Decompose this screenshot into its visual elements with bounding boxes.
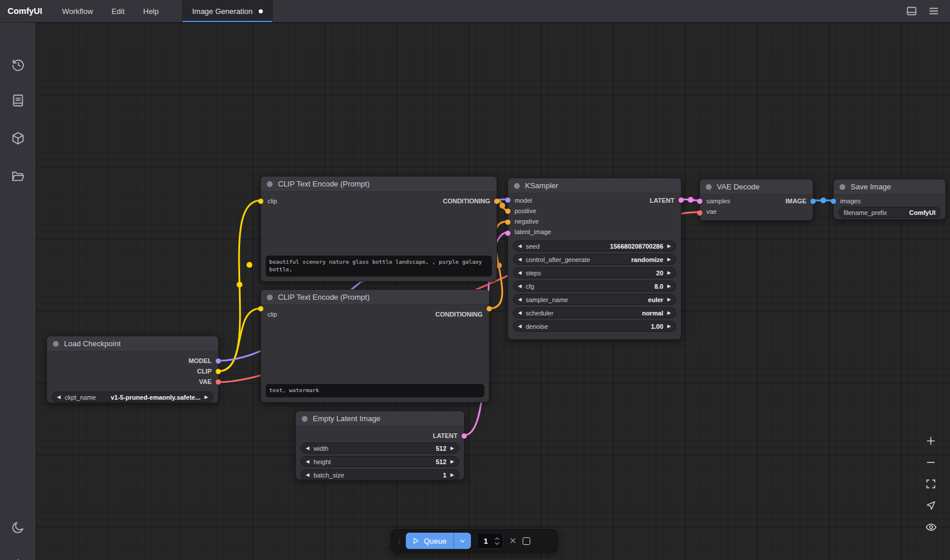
clear-queue-icon[interactable]: ✕ bbox=[509, 536, 517, 546]
right-arrow-icon[interactable]: ▶ bbox=[451, 460, 454, 464]
stop-icon[interactable] bbox=[523, 537, 530, 545]
port-conditioning-out[interactable] bbox=[487, 306, 492, 311]
queue-log-icon[interactable] bbox=[10, 92, 26, 109]
node-ksampler[interactable]: KSampler model LATENT positive negative … bbox=[508, 178, 681, 340]
left-arrow-icon[interactable]: ◀ bbox=[518, 284, 522, 289]
hamburger-menu-icon[interactable] bbox=[926, 3, 942, 19]
right-arrow-icon[interactable]: ▶ bbox=[667, 271, 671, 275]
left-arrow-icon[interactable]: ◀ bbox=[518, 271, 522, 275]
step-up-icon[interactable] bbox=[494, 537, 500, 541]
right-arrow-icon[interactable]: ▶ bbox=[667, 244, 671, 249]
left-arrow-icon[interactable]: ◀ bbox=[518, 311, 522, 315]
port-positive-in[interactable] bbox=[505, 209, 510, 214]
batch-count-stepper[interactable]: 1 bbox=[477, 533, 503, 549]
left-arrow-icon[interactable]: ◀ bbox=[518, 244, 522, 249]
widget-sampler-name[interactable]: ◀ sampler_name euler ▶ bbox=[513, 294, 676, 305]
left-arrow-icon[interactable]: ◀ bbox=[306, 446, 309, 451]
node-title-bar[interactable]: CLIP Text Encode (Prompt) bbox=[261, 177, 497, 192]
node-library-icon[interactable] bbox=[10, 130, 26, 146]
theme-moon-icon[interactable] bbox=[10, 519, 26, 536]
left-arrow-icon[interactable]: ◀ bbox=[306, 473, 309, 478]
widget-width[interactable]: ◀ width 512 ▶ bbox=[301, 443, 459, 454]
widget-control-after-generate[interactable]: ◀ control_after_generate randomize ▶ bbox=[513, 254, 676, 265]
widget-ckpt-name[interactable]: ◀ ckpt_name v1-5-pruned-emaonly.safete..… bbox=[52, 392, 213, 403]
node-title-bar[interactable]: Load Checkpoint bbox=[47, 336, 218, 351]
widget-cfg[interactable]: ◀ cfg 8.0 ▶ bbox=[513, 281, 676, 292]
port-samples-in[interactable] bbox=[697, 199, 702, 204]
drag-handle-icon[interactable]: ⋮ bbox=[396, 539, 400, 543]
port-image-out[interactable] bbox=[810, 199, 816, 204]
widget-label: height bbox=[313, 458, 331, 465]
right-arrow-icon[interactable]: ▶ bbox=[451, 473, 454, 478]
node-canvas[interactable] bbox=[36, 23, 950, 560]
left-arrow-icon[interactable]: ◀ bbox=[518, 324, 522, 329]
left-arrow-icon[interactable]: ◀ bbox=[518, 257, 522, 262]
port-latent-image-in[interactable] bbox=[505, 231, 510, 236]
menu-workflow[interactable]: Workflow bbox=[53, 0, 102, 22]
widget-steps[interactable]: ◀ steps 20 ▶ bbox=[513, 267, 676, 278]
right-arrow-icon[interactable]: ▶ bbox=[667, 284, 671, 289]
port-images-in[interactable] bbox=[831, 199, 836, 204]
widget-value: 8.0 bbox=[655, 283, 663, 290]
settings-gear-icon[interactable] bbox=[10, 557, 26, 560]
select-mode-icon[interactable] bbox=[924, 499, 937, 512]
right-arrow-icon[interactable]: ▶ bbox=[667, 311, 671, 315]
widget-height[interactable]: ◀ height 512 ▶ bbox=[301, 456, 459, 467]
right-arrow-icon[interactable]: ▶ bbox=[667, 324, 671, 329]
node-clip-text-encode-positive[interactable]: CLIP Text Encode (Prompt) clip CONDITION… bbox=[260, 176, 497, 282]
node-title-bar[interactable]: CLIP Text Encode (Prompt) bbox=[261, 290, 489, 305]
prompt-textarea[interactable]: beautiful scenery nature glass bottle la… bbox=[266, 256, 492, 277]
port-latent-out[interactable] bbox=[678, 198, 684, 203]
tab-image-generation[interactable]: Image Generation bbox=[182, 0, 273, 22]
widget-batch-size[interactable]: ◀ batch_size 1 ▶ bbox=[301, 469, 459, 480]
widget-value: 512 bbox=[435, 445, 446, 452]
widget-seed[interactable]: ◀ seed 156680208700286 ▶ bbox=[513, 240, 676, 252]
bottom-panel-icon[interactable] bbox=[903, 3, 920, 19]
port-vae-in[interactable] bbox=[697, 210, 702, 216]
fit-view-icon[interactable] bbox=[924, 478, 937, 490]
node-title-bar[interactable]: VAE Decode bbox=[700, 180, 813, 195]
node-empty-latent-image[interactable]: Empty Latent Image LATENT ◀ width 512 ▶ … bbox=[295, 411, 465, 480]
node-vae-decode[interactable]: VAE Decode samples IMAGE vae bbox=[699, 179, 813, 221]
left-arrow-icon[interactable]: ◀ bbox=[57, 395, 60, 400]
menu-edit[interactable]: Edit bbox=[102, 0, 134, 22]
queue-button[interactable]: Queue bbox=[406, 533, 471, 549]
port-conditioning-out[interactable] bbox=[494, 199, 499, 204]
step-down-icon[interactable] bbox=[494, 541, 500, 545]
widget-label: steps bbox=[526, 270, 541, 277]
port-negative-in[interactable] bbox=[505, 220, 510, 225]
right-arrow-icon[interactable]: ▶ bbox=[451, 446, 454, 451]
left-arrow-icon[interactable]: ◀ bbox=[306, 460, 309, 464]
left-arrow-icon[interactable]: ◀ bbox=[518, 297, 522, 302]
workflows-folder-icon[interactable] bbox=[10, 168, 26, 184]
node-title-bar[interactable]: KSampler bbox=[508, 178, 681, 193]
right-arrow-icon[interactable]: ▶ bbox=[667, 257, 671, 262]
widget-value: 20 bbox=[656, 270, 663, 277]
port-model-in[interactable] bbox=[505, 198, 510, 203]
widget-filename-prefix[interactable]: filename_prefix ComfyUI bbox=[838, 207, 941, 218]
port-clip-out[interactable] bbox=[216, 369, 221, 374]
toggle-visibility-eye-icon[interactable] bbox=[924, 520, 937, 533]
widget-denoise[interactable]: ◀ denoise 1.00 ▶ bbox=[513, 321, 676, 332]
node-title-bar[interactable]: Save Image bbox=[834, 180, 945, 195]
node-title-bar[interactable]: Empty Latent Image bbox=[296, 411, 464, 426]
zoom-in-icon[interactable] bbox=[924, 435, 937, 447]
node-load-checkpoint[interactable]: Load Checkpoint MODEL CLIP VAE ◀ ckpt_na… bbox=[47, 336, 219, 403]
batch-count-value: 1 bbox=[477, 537, 494, 545]
node-clip-text-encode-negative[interactable]: CLIP Text Encode (Prompt) clip CONDITION… bbox=[260, 289, 490, 403]
port-clip-in[interactable] bbox=[258, 199, 263, 204]
port-model-out[interactable] bbox=[216, 358, 221, 364]
port-clip-in[interactable] bbox=[258, 306, 263, 311]
right-arrow-icon[interactable]: ▶ bbox=[205, 395, 208, 400]
node-status-dot bbox=[302, 416, 308, 422]
node-save-image[interactable]: Save Image images filename_prefix ComfyU… bbox=[833, 179, 946, 220]
port-vae-out[interactable] bbox=[216, 379, 221, 385]
right-arrow-icon[interactable]: ▶ bbox=[667, 297, 671, 302]
zoom-out-icon[interactable] bbox=[924, 456, 937, 469]
queue-options-chevron[interactable] bbox=[454, 537, 471, 545]
history-icon[interactable] bbox=[10, 56, 26, 73]
prompt-textarea[interactable]: text, watermark bbox=[266, 384, 484, 397]
widget-scheduler[interactable]: ◀ scheduler normal ▶ bbox=[513, 307, 676, 318]
menu-help[interactable]: Help bbox=[134, 0, 168, 22]
port-latent-out[interactable] bbox=[462, 433, 467, 439]
